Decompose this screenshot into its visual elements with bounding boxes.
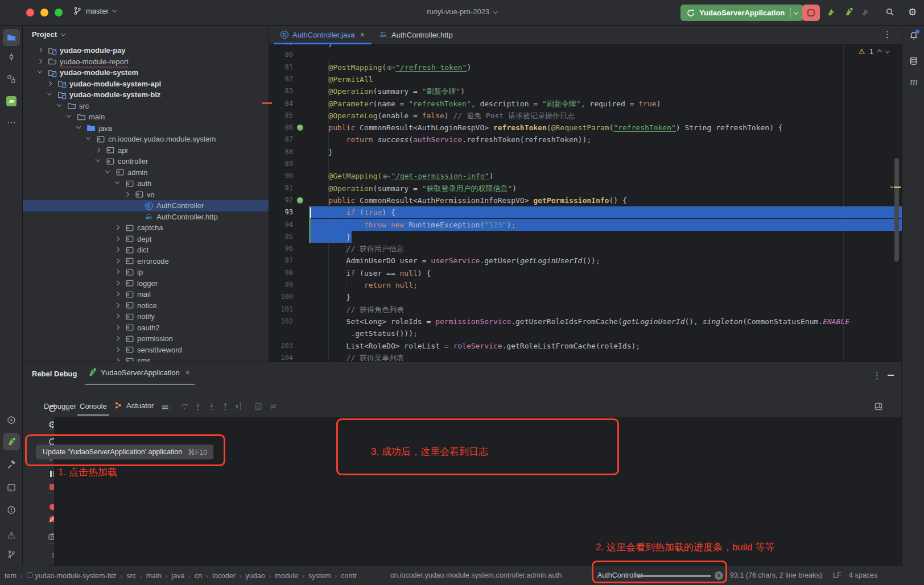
editor-body[interactable]: 79 }8081 @PostMapping(⊕"/refresh-token")… [269,44,902,362]
tree-item-sms[interactable]: sms [23,355,269,362]
code-view[interactable]: 79 }8081 @PostMapping(⊕"/refresh-token")… [269,44,902,362]
debug-panel-title[interactable]: Rebel Debug [32,370,77,378]
tree-item-cn-iocoder-yudao-module-system[interactable]: cn.iocoder.yudao.module.system [23,134,269,145]
maven-icon[interactable]: m [908,75,920,88]
breadcrumb-item[interactable]: cn [195,572,202,580]
chevron-right-icon[interactable] [115,325,119,329]
chevron-right-icon[interactable] [115,292,119,296]
settings-gear-icon[interactable]: ⚙ [908,7,917,17]
line-number[interactable]: 102 [269,316,293,327]
cancel-progress-icon[interactable]: × [715,571,723,580]
breadcrumb-item[interactable]: system [308,572,331,580]
chevron-down-icon[interactable] [57,102,61,106]
up-stack-trace-button[interactable]: ↑ [61,402,75,416]
chevron-right-icon[interactable] [115,236,119,240]
tree-item-auth[interactable]: auth [23,178,269,189]
tree-item-src[interactable]: src [23,101,269,112]
inspections-widget[interactable]: ⚠ 1 [859,47,889,56]
tree-item-yudao-module-system[interactable]: yudao-module-system [23,67,269,78]
more-tool-windows-icon[interactable]: ⋯ [5,117,18,129]
breadcrumb-item[interactable]: main [146,572,162,580]
jrebel-debug-panel-icon[interactable] [3,433,20,450]
jrebel-debug-icon[interactable] [844,7,853,16]
breadcrumb-item[interactable]: contr [341,572,357,580]
force-step-into-button[interactable] [205,400,218,413]
line-ending-widget[interactable]: LF [833,571,842,579]
structure-icon[interactable] [5,73,18,85]
database-icon[interactable] [908,55,920,67]
chevron-down-icon[interactable] [115,179,119,184]
chevron-right-icon[interactable] [96,147,100,152]
debug-session-tab[interactable]: YudaoServerApplication × [88,368,189,377]
editor-options-kebab-icon[interactable]: ⋮ [883,30,892,40]
chevron-down-icon[interactable] [38,68,42,73]
line-number[interactable]: 97 [269,255,293,267]
close-icon[interactable]: × [360,30,365,39]
line-number[interactable]: 95 [269,231,293,243]
line-number[interactable]: 100 [269,291,293,303]
tree-item-yudao-module-pay[interactable]: yudao-module-pay [23,45,269,56]
step-out-button[interactable] [218,400,232,413]
tree-item-dept[interactable]: dept [23,234,269,245]
breadcrumb-item[interactable]: tem [5,572,16,580]
line-number[interactable]: 104 [269,352,293,362]
terminal-icon[interactable] [5,482,18,494]
chevron-down-icon[interactable] [76,124,81,128]
tree-item-captcha[interactable]: captcha [23,222,269,234]
line-number[interactable]: 87 [269,134,293,146]
evaluate-expression-button[interactable] [251,400,265,413]
notifications-bell-icon[interactable] [908,30,920,42]
tree-item-dict[interactable]: dict [23,244,269,256]
breadcrumb-item[interactable]: yudao-module-system-biz [27,572,117,580]
commit-icon[interactable] [5,51,18,63]
tab-actuator[interactable]: Actuator [114,401,154,410]
tree-item-main[interactable]: main [23,111,269,123]
problems-icon[interactable] [5,504,18,516]
git-branch-icon[interactable] [5,548,18,561]
hide-panel-icon[interactable] [888,375,894,376]
line-number[interactable]: 92 [269,194,293,206]
breadcrumb-item[interactable]: src [126,572,136,580]
tree-item-permission[interactable]: permission [23,333,269,345]
line-number[interactable]: 89 [269,158,293,170]
console-menu-button[interactable]: ≡ [158,400,172,413]
line-number[interactable]: 81 [269,61,293,73]
stop-button[interactable] [802,5,820,21]
line-number[interactable]: 84 [269,98,293,110]
tab-console[interactable]: Console [80,402,107,410]
tree-item-logger[interactable]: logger [23,278,269,289]
url-globe-hint-icon[interactable]: ⊕ [387,62,395,74]
line-number[interactable]: 83 [269,85,293,97]
close-icon[interactable]: × [185,368,190,377]
tree-item-admin[interactable]: admin [23,167,269,179]
jrebel-reload-gutter-icon[interactable] [297,197,303,204]
editor-scrollbar[interactable] [894,158,899,262]
chevron-right-icon[interactable] [115,347,119,351]
chevron-down-icon[interactable] [47,90,52,95]
caret-position-widget[interactable]: 93:1 (76 chars, 2 line breaks) [730,571,822,579]
chevron-right-icon[interactable] [47,81,52,85]
run-to-cursor-button[interactable] [232,400,246,413]
chevron-right-icon[interactable] [38,59,42,63]
jrebel-reload-gutter-icon[interactable] [297,125,303,131]
tree-item-java[interactable]: java [23,123,269,134]
chevron-right-icon[interactable] [115,336,119,341]
breadcrumbs[interactable]: tem›yudao-module-system-biz›src›main›jav… [5,566,357,585]
line-number[interactable]: 99 [269,279,293,291]
tab-authcontroller-http[interactable]: API AuthController.http [372,26,460,44]
line-number[interactable]: 96 [269,243,293,255]
tree-item-authcontroller[interactable]: CAuthController [23,200,269,211]
build-hammer-icon[interactable] [5,459,18,471]
tree-item-controller[interactable]: controller [23,156,269,167]
warnings-icon[interactable]: ⚠ [5,529,18,542]
layout-settings-icon[interactable] [874,402,883,411]
line-number[interactable]: 98 [269,267,293,279]
tree-item-errorcode[interactable]: errorcode [23,256,269,267]
line-number[interactable]: 93 [269,206,293,218]
url-globe-hint-icon[interactable]: ⊕ [382,171,390,182]
breadcrumb-item[interactable]: yudao [246,572,265,580]
breadcrumb-item[interactable]: iocoder [212,572,236,580]
jrebel-disabled-icon[interactable] [861,7,870,16]
tree-item-vo[interactable]: vo [23,189,269,201]
run-configuration-button[interactable]: YudaoServerApplication [680,5,803,21]
